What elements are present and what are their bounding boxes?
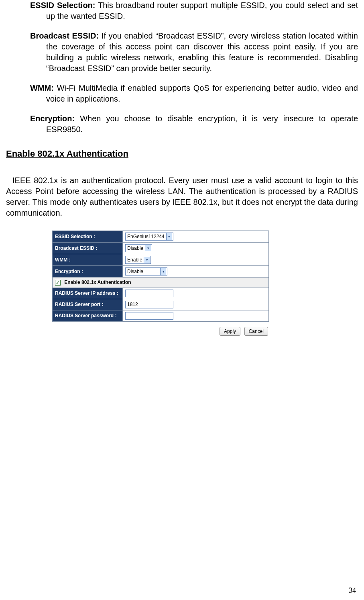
term-essid: ESSID Selection: (30, 1, 95, 10)
form-buttons: Apply Cancel (52, 322, 269, 336)
wmm-select[interactable]: Enable ▾ (125, 256, 151, 264)
label-radius-port: RADIUS Server port : (53, 299, 123, 310)
wmm-select-value: Enable (127, 257, 142, 263)
chevron-down-icon: ▾ (160, 268, 166, 275)
cell-radius-ip (123, 288, 269, 299)
text-wmm: Wi-Fi MultiMedia if enabled supports QoS… (46, 84, 358, 103)
def-encryption: Encryption: When you choose to disable e… (18, 113, 358, 135)
cell-radius-port (123, 299, 269, 310)
label-encryption: Encryption : (53, 265, 123, 277)
label-broadcast-essid: Broadcast ESSID : (53, 242, 123, 254)
enable-8021x-label: Enable 802.1x Authentication (64, 280, 131, 285)
radius-password-input[interactable] (125, 312, 173, 320)
broadcast-select-value: Disable (127, 245, 143, 251)
intro-paragraph: IEEE 802.1x is an authentication protoco… (6, 175, 358, 218)
broadcast-select[interactable]: Disable ▾ (125, 244, 152, 252)
cell-wmm: Enable ▾ (123, 254, 269, 265)
cell-radius-password (123, 310, 269, 321)
chevron-down-icon: ▾ (145, 245, 151, 251)
term-broadcast: Broadcast ESSID: (30, 31, 99, 40)
label-wmm: WMM : (53, 254, 123, 265)
term-wmm: WMM: (30, 84, 54, 92)
term-encryption: Encryption: (30, 114, 75, 123)
cancel-button[interactable]: Cancel (244, 327, 268, 336)
label-essid-selection: ESSID Selection : (53, 231, 123, 242)
cell-broadcast-essid: Disable ▾ (123, 242, 269, 254)
radius-ip-input[interactable] (125, 290, 173, 297)
essid-select[interactable]: EnGenius112244 ▾ (125, 233, 173, 241)
encryption-select-value: Disable (127, 268, 143, 275)
encryption-select[interactable]: Disable ▾ (125, 267, 167, 276)
essid-select-value: EnGenius112244 (127, 233, 165, 240)
config-form-table: ESSID Selection : EnGenius112244 ▾ Broad… (52, 231, 269, 322)
page-number: 34 (349, 586, 356, 595)
def-wmm: WMM: Wi-Fi MultiMedia if enabled support… (18, 83, 358, 104)
label-radius-password: RADIUS Server password : (53, 310, 123, 321)
apply-button[interactable]: Apply (220, 327, 240, 336)
radius-port-input[interactable] (125, 301, 173, 308)
def-essid-selection: ESSID Selection: This broadband router s… (18, 0, 358, 22)
enable-8021x-checkbox[interactable]: ✓ (55, 280, 61, 286)
chevron-down-icon: ▾ (166, 233, 172, 240)
def-broadcast-essid: Broadcast ESSID: If you enabled “Broadca… (18, 31, 358, 74)
row-enable-8021x: ✓ Enable 802.1x Authentication (53, 277, 269, 288)
chevron-down-icon: ▾ (144, 257, 150, 263)
text-encryption: When you choose to disable encryption, i… (46, 114, 358, 134)
label-radius-ip: RADIUS Server IP address : (53, 288, 123, 299)
section-heading: Enable 802.1x Authentication (6, 148, 358, 160)
cell-essid-selection: EnGenius112244 ▾ (123, 231, 269, 242)
cell-encryption: Disable ▾ (123, 265, 269, 277)
